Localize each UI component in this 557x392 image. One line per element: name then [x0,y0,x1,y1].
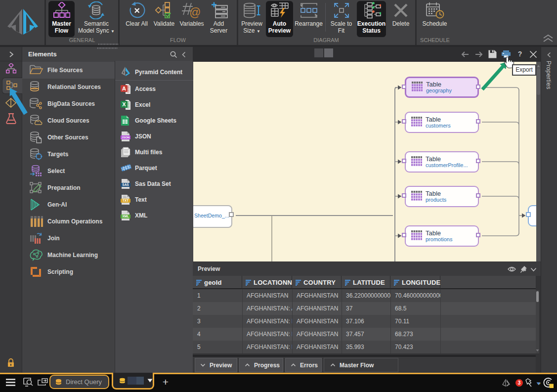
svg-text:JSON: JSON [122,136,129,139]
svg-text:XML: XML [122,215,129,218]
svg-text:X: X [122,101,126,107]
svg-text:@: @ [189,6,201,19]
svg-text:A: A [122,86,126,91]
svg-text:SAS: SAS [122,183,129,186]
svg-text:TXT: TXT [123,199,129,202]
